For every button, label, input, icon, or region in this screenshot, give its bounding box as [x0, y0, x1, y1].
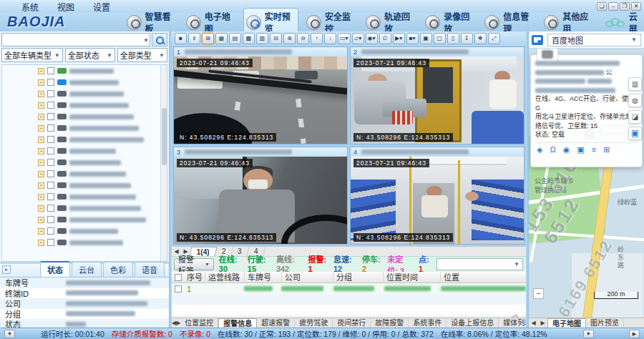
video-pane-2[interactable]: 2 2023-07-21 09:46:43 N: 43.5082: [350, 46, 525, 144]
bottom-tab-4[interactable]: 夜间禁行: [333, 318, 371, 328]
tab-status[interactable]: 状态: [40, 261, 70, 277]
stop-all-button[interactable]: ■▾: [406, 33, 419, 44]
zoom-out-button[interactable]: ⊖: [297, 33, 309, 44]
table-row[interactable]: 1: [172, 283, 526, 294]
statusbar-menu-button[interactable]: ▼: [4, 330, 15, 338]
play-all-button[interactable]: ▶▾: [393, 33, 405, 44]
zoom-in-button[interactable]: ⊕: [283, 33, 296, 44]
snapshot-button[interactable]: ◉▾: [366, 33, 378, 44]
vehicle-tree-item[interactable]: +: [2, 157, 167, 168]
tree-expand-icon[interactable]: +: [38, 137, 44, 143]
video-4-cabin-camera[interactable]: 2023-07-21 09:46:43 N: 43.508296 E:124.8…: [351, 157, 524, 244]
tree-item-checkbox[interactable]: [47, 205, 54, 212]
bottom-tab-5[interactable]: 故障报警: [371, 318, 409, 328]
menu-system[interactable]: 系统: [21, 1, 39, 13]
map-tabs-right-arrow[interactable]: ▶: [538, 320, 547, 326]
view-3d-button[interactable]: ◪: [628, 110, 642, 124]
tree-expand-icon[interactable]: +: [38, 68, 44, 74]
stream-main-button[interactable]: ▭▾: [338, 33, 351, 44]
record-save-button[interactable]: ▣: [420, 33, 432, 44]
statusbar-dropdown-button[interactable]: ▼: [583, 330, 594, 338]
tree-expand-icon[interactable]: +: [38, 125, 44, 132]
tree-scrollbar-thumb[interactable]: [162, 108, 167, 165]
bottom-tab-7[interactable]: 设备上报信息: [447, 318, 499, 328]
map-provider-select[interactable]: 百度地图▼: [547, 34, 641, 46]
column-header-2[interactable]: 车牌号: [245, 272, 282, 283]
pause-button[interactable]: ‖: [188, 33, 200, 44]
tab-electronic-map[interactable]: 电子地图: [547, 318, 586, 328]
video-icon[interactable]: ▣: [577, 145, 584, 154]
bottom-tab-2[interactable]: 超速报警: [257, 318, 295, 328]
statusbar-expand-button[interactable]: ▶: [629, 330, 640, 338]
tree-item-checkbox[interactable]: [47, 170, 54, 177]
tree-item-checkbox[interactable]: [47, 216, 54, 223]
column-header-3[interactable]: 公司: [282, 272, 333, 283]
detail-collapse-button[interactable]: ▸: [2, 265, 11, 274]
column-header-4[interactable]: 分组: [333, 272, 384, 283]
mute-button[interactable]: ∅: [379, 33, 391, 44]
vehicle-tree-item[interactable]: +: [2, 99, 167, 111]
broadcast-icon[interactable]: ◈: [537, 145, 542, 154]
tree-scrollbar[interactable]: [160, 65, 167, 261]
tree-expand-icon[interactable]: +: [38, 240, 44, 246]
tree-expand-icon[interactable]: +: [38, 228, 44, 235]
menu-view[interactable]: 视图: [57, 1, 74, 13]
tree-expand-icon[interactable]: +: [38, 182, 44, 189]
tree-expand-icon[interactable]: +: [38, 91, 44, 97]
bottom-tab-1[interactable]: 报警信息: [218, 318, 257, 328]
filter-vehicle-type[interactable]: 全部车辆类型▼: [1, 48, 63, 62]
tree-item-checkbox[interactable]: [47, 90, 54, 97]
map-zoom-out-button[interactable]: −: [533, 288, 544, 299]
vehicle-tree-item[interactable]: +: [2, 237, 167, 248]
color-setting-button[interactable]: ❖: [474, 33, 487, 44]
vehicle-tree-item[interactable]: +: [2, 168, 167, 180]
single-view-button[interactable]: ■: [175, 33, 187, 44]
bottom-tab-3[interactable]: 疲劳驾驶: [295, 318, 333, 328]
nav-item-cloud-screen[interactable]: 云屏: [605, 10, 644, 34]
tree-item-checkbox[interactable]: [47, 182, 54, 189]
reset-view-button[interactable]: ▣: [628, 127, 642, 140]
page-up-button[interactable]: ↑: [311, 33, 323, 44]
vehicle-tree-item[interactable]: +: [2, 180, 167, 191]
tree-expand-icon[interactable]: +: [38, 205, 44, 212]
headset-icon[interactable]: Ω: [550, 145, 555, 154]
video-2-door-camera[interactable]: 2023-07-21 09:46:43 N: 43.508296 E:124.8…: [351, 56, 524, 144]
vehicle-tree-item[interactable]: +: [2, 191, 167, 202]
grid-9-button[interactable]: ▩: [243, 33, 255, 44]
tree-expand-icon[interactable]: +: [38, 171, 44, 177]
vehicle-tree-item[interactable]: +: [2, 65, 167, 77]
map-tabs-left-arrow[interactable]: ◀: [529, 320, 538, 326]
apps-icon[interactable]: ⊞: [603, 145, 610, 154]
tree-item-checkbox[interactable]: [47, 136, 54, 143]
bottom-tab-8[interactable]: 媒体列表: [499, 318, 526, 328]
map-layers-icon[interactable]: [532, 35, 543, 45]
video-pane-4[interactable]: 4 2023-07-21 09:46:43 N: 43.5082: [350, 147, 525, 245]
video-1-front-camera[interactable]: 2023-07-21 09:46:43 N: 43.508296 E:124.8…: [174, 56, 347, 144]
snapshot-icon[interactable]: ◉: [563, 145, 570, 154]
tree-expand-icon[interactable]: +: [38, 217, 44, 223]
traffic-button[interactable]: ▥: [628, 77, 642, 91]
tree-expand-icon[interactable]: +: [38, 114, 44, 120]
file-button[interactable]: ▢: [434, 33, 446, 44]
tree-item-checkbox[interactable]: [47, 227, 54, 235]
tree-item-checkbox[interactable]: [47, 193, 54, 200]
vehicle-search-input[interactable]: [1, 33, 150, 46]
stats-search-combobox[interactable]: ▼: [436, 258, 523, 270]
vehicle-tree-item[interactable]: +: [2, 225, 167, 237]
tab-ptz[interactable]: 云台: [72, 262, 102, 277]
column-header-5[interactable]: 位置时间: [384, 272, 441, 283]
column-header-1[interactable]: 运营线路: [205, 272, 245, 283]
tab-color[interactable]: 色彩: [103, 262, 133, 277]
tree-expand-icon[interactable]: +: [38, 102, 44, 109]
menu-settings[interactable]: 设置: [93, 1, 110, 13]
video-pane-3[interactable]: 3 2023-07-21 09:46:43 N: 43.508296 E:124…: [173, 147, 348, 245]
tree-expand-icon[interactable]: +: [38, 79, 44, 86]
satellite-button[interactable]: ◍: [628, 94, 642, 107]
row-checkbox[interactable]: [175, 285, 182, 293]
tab-audio[interactable]: 语音: [135, 262, 165, 277]
select-all-checkbox[interactable]: [175, 274, 182, 281]
tree-item-checkbox[interactable]: [47, 113, 54, 120]
tree-expand-icon[interactable]: +: [38, 159, 44, 166]
search-button[interactable]: [152, 33, 167, 46]
tree-expand-icon[interactable]: +: [38, 148, 44, 154]
